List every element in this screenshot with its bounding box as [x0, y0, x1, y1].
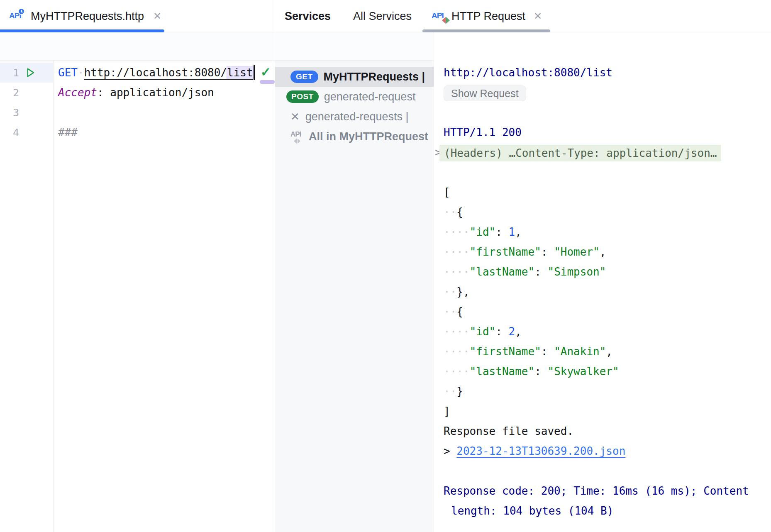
response-json-line: ··{	[444, 302, 619, 322]
tree-item-generated-requests[interactable]: ✕ generated-requests |	[275, 107, 434, 127]
tree-item-label: All in MyHTTPRequest	[309, 130, 428, 143]
link-prefix: >	[444, 445, 456, 457]
request-ok-check-icon: ✓	[261, 65, 271, 79]
line-number: 2	[0, 87, 19, 99]
header-value: application/json	[110, 86, 214, 99]
request-separator[interactable]: ###	[58, 126, 78, 139]
tab-http-request[interactable]: API HTTP Request ✕	[432, 0, 542, 32]
show-request-button[interactable]: Show Request	[444, 85, 526, 101]
http-file-icon: API	[9, 8, 26, 24]
response-json-line: ··}	[444, 381, 619, 401]
response-meta-line: length: 104 bytes (104 B)	[451, 501, 613, 521]
response-status-line: HTTP/1.1 200	[444, 122, 522, 142]
tree-item-label: MyHTTPRequests |	[324, 71, 425, 83]
response-json-line: ····"firstName": "Anakin",	[444, 342, 619, 361]
close-icon: ✕	[290, 110, 300, 123]
response-saved-text: Response file saved.	[444, 421, 573, 441]
close-tab-icon[interactable]: ✕	[153, 10, 161, 22]
response-file-line: > 2023-12-13T130639.200.json	[444, 441, 625, 461]
response-json-line: [	[444, 182, 619, 202]
response-json-line: ]	[444, 401, 619, 421]
tree-item-all-in-myhttprequests[interactable]: API All in MyHTTPRequest	[275, 127, 434, 146]
tab-http-request-label: HTTP Request	[451, 10, 525, 23]
response-json-line: ····"firstName": "Homer",	[444, 242, 619, 262]
headers-folded-line[interactable]: (Headers) …Content-Type: application/jso…	[439, 145, 721, 161]
response-url[interactable]: http://localhost:8080/list	[444, 63, 612, 83]
tree-item-myhttprequests[interactable]: GET MyHTTPRequests |	[275, 67, 434, 87]
close-http-request-tab-icon[interactable]: ✕	[534, 10, 542, 22]
response-file-link[interactable]: 2023-12-13T130639.200.json	[456, 445, 625, 457]
line-number: 4	[0, 127, 19, 139]
response-json-line: ····"id": 2,	[444, 322, 619, 342]
response-json-line: ··},	[444, 282, 619, 302]
tree-item-label: generated-request	[324, 90, 416, 103]
response-console[interactable]: http://localhost:8080/list Show Request …	[434, 32, 771, 532]
tree-item-label: generated-requests |	[305, 110, 409, 123]
editor-tab-myhttprequests[interactable]: API MyHTTPRequests.http ✕	[0, 0, 161, 32]
text-caret	[254, 65, 255, 80]
line-number: 3	[0, 107, 19, 119]
toolbar-border	[0, 60, 434, 61]
header-line[interactable]: Accept: application/json	[58, 86, 214, 99]
request-url[interactable]: http://localhost:8080/	[84, 66, 227, 79]
api-icon: API	[290, 129, 305, 144]
response-json-line: ··{	[444, 202, 619, 222]
tab-all-services[interactable]: All Services	[353, 0, 412, 32]
line-number: 1	[0, 67, 19, 79]
response-json-line: ····"id": 1,	[444, 222, 619, 242]
services-window-title: Services	[285, 0, 331, 32]
active-tab-indicator	[0, 29, 164, 32]
response-body: [··{····"id": 1,····"firstName": "Homer"…	[444, 182, 619, 421]
clock-badge-icon	[18, 8, 25, 15]
tree-item-generated-request[interactable]: POST generated-request	[275, 87, 434, 107]
ide-window: API MyHTTPRequests.http ✕ ⋮ Services All…	[0, 0, 771, 532]
response-json-line: ····"lastName": "Simpson"	[444, 262, 619, 282]
services-console-divider[interactable]	[434, 32, 434, 532]
http-method: GET	[58, 66, 78, 79]
services-active-tab-indicator	[422, 29, 550, 32]
response-json-line: ····"lastName": "Skywalker"	[444, 361, 619, 381]
header-name: Accept	[58, 86, 97, 99]
method-badge-get: GET	[290, 71, 318, 83]
http-editor[interactable]: 1 GET·http://localhost:8080/list✓ 2 Acce…	[0, 61, 275, 532]
response-meta-line: Response code: 200; Time: 16ms (16 ms); …	[444, 481, 749, 501]
run-request-gutter-icon[interactable]	[24, 66, 37, 79]
request-line[interactable]: GET·http://localhost:8080/list✓	[58, 65, 271, 80]
editor-tab-title: MyHTTPRequests.http	[31, 10, 144, 23]
editor-services-divider[interactable]	[275, 0, 275, 532]
method-badge-post: POST	[286, 90, 319, 103]
request-url-selected[interactable]: list	[227, 66, 253, 79]
http-request-icon: API	[432, 8, 448, 24]
services-tree: GET MyHTTPRequests | POST generated-requ…	[275, 67, 434, 146]
